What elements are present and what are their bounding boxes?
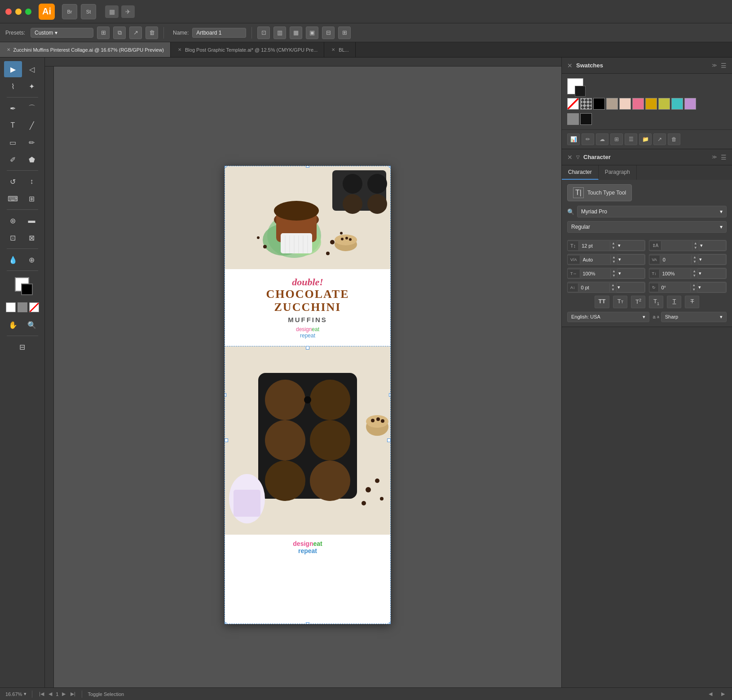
font-dropdown[interactable]: Myriad Pro ▾ [577, 206, 727, 217]
bridge-icon[interactable]: Br [62, 4, 77, 19]
swatch-lavender[interactable] [684, 98, 696, 110]
swatch-delete-btn[interactable]: 🗑 [668, 133, 680, 145]
kerning-up[interactable]: ▲ [611, 255, 617, 260]
char-menu-btn[interactable]: ☰ [721, 154, 727, 161]
char-expand-btn[interactable]: ≫ [712, 154, 717, 160]
swatch-gray-warm[interactable] [606, 98, 618, 110]
magic-wand-tool[interactable]: ✦ [23, 78, 41, 94]
stock-icon[interactable]: St [81, 4, 96, 19]
minimize-button[interactable] [15, 9, 22, 15]
line-tool[interactable]: ╱ [23, 117, 41, 133]
tab-zucchini[interactable]: ✕ Zucchini Muffins Pinterest Collage.ai … [0, 42, 171, 57]
tracking-up[interactable]: ▲ [692, 255, 698, 260]
none-color-btn[interactable] [29, 302, 39, 312]
background-color[interactable] [21, 284, 33, 295]
rotation-up[interactable]: ▲ [691, 283, 697, 288]
vscale-input[interactable] [660, 269, 691, 278]
handle-ml[interactable] [225, 393, 226, 397]
vscale-down[interactable]: ▼ [691, 274, 697, 278]
superscript-btn[interactable]: T2 [631, 296, 645, 308]
blob-brush-tool[interactable]: ⬟ [23, 151, 41, 168]
column-graph-tool[interactable]: ▬ [23, 213, 41, 229]
fontsize-up[interactable]: ▲ [610, 241, 617, 246]
zoom-dropdown-arrow[interactable]: ▾ [24, 691, 26, 697]
hand-tool[interactable]: ✋ [4, 317, 22, 333]
underline-btn[interactable]: T [667, 296, 681, 308]
swatch-near-black[interactable] [580, 113, 592, 125]
handle-tr[interactable] [389, 166, 391, 168]
selection-tool[interactable]: ▶ [4, 61, 22, 77]
pencil-tool[interactable]: ✐ [4, 151, 22, 168]
tab-paragraph[interactable]: Paragraph [599, 165, 637, 180]
hscale-input[interactable] [580, 269, 611, 278]
blend-tool[interactable]: ⊕ [23, 252, 41, 268]
swatch-pink[interactable] [632, 98, 644, 110]
handle-bl[interactable] [225, 622, 226, 624]
pen-tool[interactable]: ✒ [4, 100, 22, 116]
tab-close-icon2[interactable]: ✕ [177, 47, 182, 53]
swatch-table-btn[interactable]: ⊞ [610, 133, 623, 145]
rotate-tool[interactable]: ↺ [4, 173, 22, 190]
rotation-input[interactable] [659, 283, 691, 292]
language-dropdown[interactable]: English: USA ▾ [567, 312, 649, 322]
swatch-list-btn[interactable]: ☰ [625, 133, 637, 145]
next-page-btn[interactable]: ▶ [60, 691, 67, 698]
vscale-up[interactable]: ▲ [691, 269, 697, 274]
curvature-tool[interactable]: ⌒ [23, 100, 41, 116]
tab-close-icon3[interactable]: ✕ [331, 47, 336, 53]
eyedropper-tool[interactable]: 💧 [4, 252, 22, 268]
maximize-button[interactable] [25, 9, 31, 15]
tab-bl[interactable]: ✕ BL... [324, 42, 356, 57]
type-tool[interactable]: T [4, 117, 22, 133]
handle-bm[interactable] [306, 622, 309, 624]
leading-input[interactable] [661, 241, 692, 250]
handle-tm[interactable] [306, 166, 309, 168]
handle-br[interactable] [389, 622, 391, 624]
swatch-gold[interactable] [645, 98, 657, 110]
canvas-content[interactable]: 01 - Artboard 1 [54, 66, 561, 687]
strikethrough-btn[interactable]: T [685, 296, 699, 308]
drawing-mode-btn[interactable]: ⊟ [11, 339, 34, 355]
tab-blog[interactable]: ✕ Blog Post Graphic Template.ai* @ 12.5%… [171, 42, 324, 57]
fontsize-down[interactable]: ▼ [610, 246, 617, 250]
share-button[interactable]: ✈ [121, 5, 135, 18]
tracking-down[interactable]: ▼ [692, 260, 698, 264]
small-caps-btn[interactable]: TT [613, 296, 627, 308]
presets-dropdown[interactable]: Custom ▾ [31, 28, 93, 38]
next-panel-btn[interactable]: ▶ [719, 691, 727, 698]
close-button[interactable] [5, 9, 12, 15]
vscale-dropdown[interactable]: ▾ [697, 268, 726, 279]
free-transform-tool[interactable]: ⊞ [23, 191, 41, 207]
artboard-delete-btn[interactable]: 🗑 [146, 27, 158, 39]
tab-close-icon[interactable]: ✕ [6, 47, 10, 53]
slice-tool[interactable]: ⊠ [23, 230, 41, 246]
hscale-dropdown[interactable]: ▾ [617, 268, 645, 279]
leading-down[interactable]: ▼ [692, 246, 699, 250]
leading-up[interactable]: ▲ [692, 241, 699, 246]
last-page-btn[interactable]: ▶| [69, 691, 76, 698]
tracking-input[interactable] [660, 255, 691, 264]
swatch-mid-gray[interactable] [567, 113, 579, 125]
swap-colors-btn[interactable] [18, 302, 27, 312]
swatch-pattern[interactable] [580, 98, 592, 110]
direct-selection-tool[interactable]: ◁ [23, 61, 41, 77]
hscale-down[interactable]: ▼ [611, 274, 617, 278]
baseline-input[interactable] [578, 283, 610, 292]
swatch-black[interactable] [593, 98, 605, 110]
artboard-move-btn[interactable]: ↗ [129, 27, 142, 39]
kerning-input[interactable] [580, 255, 611, 264]
swatch-edit-btn[interactable]: ✏ [582, 133, 594, 145]
rotation-down[interactable]: ▼ [691, 288, 697, 292]
swatch-cyan[interactable] [671, 98, 683, 110]
rectangle-tool[interactable]: ▭ [4, 134, 22, 151]
all-caps-btn[interactable]: TT [595, 296, 610, 308]
rotation-dropdown[interactable]: ▾ [697, 282, 726, 292]
artboard-tool[interactable]: ⊡ [4, 230, 22, 246]
char-close-btn[interactable]: ✕ [567, 154, 573, 161]
grid-btn[interactable]: ⊞ [338, 27, 351, 39]
align-btn-2[interactable]: ▥ [273, 27, 286, 39]
handle-tl[interactable] [225, 166, 226, 168]
zoom-tool[interactable]: 🔍 [23, 317, 41, 333]
page-number[interactable]: 1 [56, 691, 58, 697]
swatches-expand-btn[interactable]: ≫ [712, 62, 717, 68]
